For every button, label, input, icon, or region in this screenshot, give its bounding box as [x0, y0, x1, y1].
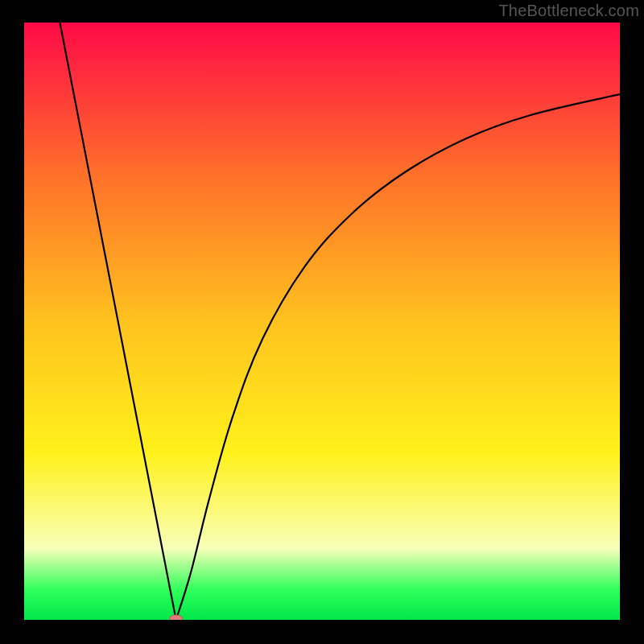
watermark-label: TheBottleneck.com — [498, 2, 639, 20]
plot-area — [24, 23, 620, 620]
chart-container: TheBottleneck.com — [0, 0, 644, 644]
gradient-background — [24, 23, 620, 620]
minimum-marker — [170, 615, 183, 620]
plot-svg — [24, 23, 620, 620]
